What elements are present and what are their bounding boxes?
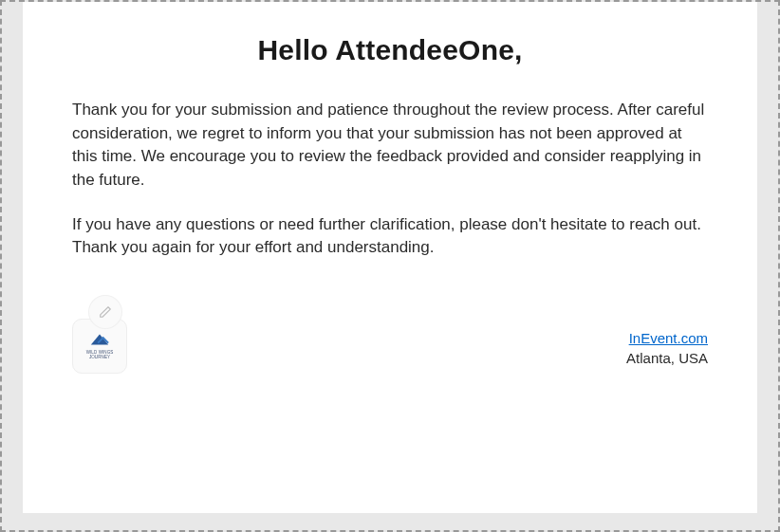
- logo-caption: WILD WINGS JOURNEY: [77, 351, 122, 360]
- body-paragraph-2: If you have any questions or need furthe…: [72, 213, 708, 260]
- logo-mark-icon: [89, 330, 110, 349]
- email-preview-frame: Hello AttendeeOne, Thank you for your su…: [0, 0, 780, 532]
- logo-block: WILD WINGS JOURNEY: [72, 296, 137, 374]
- pencil-icon: [99, 305, 112, 319]
- email-footer: WILD WINGS JOURNEY InEvent.com Atlanta, …: [72, 296, 708, 374]
- greeting-heading: Hello AttendeeOne,: [72, 34, 708, 66]
- company-info: InEvent.com Atlanta, USA: [626, 329, 708, 374]
- edit-logo-button[interactable]: [89, 296, 121, 328]
- company-link[interactable]: InEvent.com: [629, 330, 708, 346]
- body-paragraph-1: Thank you for your submission and patien…: [72, 99, 708, 193]
- email-card: Hello AttendeeOne, Thank you for your su…: [23, 2, 757, 513]
- company-location: Atlanta, USA: [626, 350, 708, 366]
